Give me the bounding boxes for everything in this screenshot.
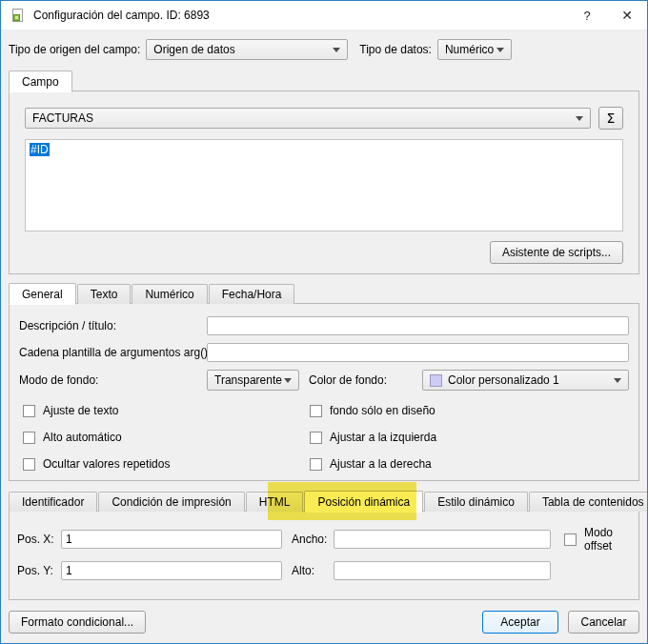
width-label: Ancho: xyxy=(292,533,334,546)
tab-campo[interactable]: Campo xyxy=(9,70,72,92)
data-type-value: Numérico xyxy=(445,43,494,56)
field-configuration-dialog: Configuración del campo. ID: 6893 ? ✕ Ti… xyxy=(0,0,648,644)
tab-fecha-hora[interactable]: Fecha/Hora xyxy=(209,284,295,304)
checkbox-label: Alto automático xyxy=(43,431,122,444)
width-input[interactable] xyxy=(334,530,551,549)
template-row: Cadena plantilla de argumentos arg(): xyxy=(19,343,629,362)
checkbox-icon xyxy=(23,432,35,444)
close-button[interactable]: ✕ xyxy=(607,1,647,30)
tab-texto[interactable]: Texto xyxy=(77,284,132,304)
tab-tabla-contenidos[interactable]: Tabla de contenidos xyxy=(529,492,648,512)
checkbox-icon xyxy=(23,458,35,471)
checkbox-icon xyxy=(23,405,35,417)
bg-color-dropdown[interactable]: Color personalizado 1 xyxy=(422,370,629,391)
position-tab-widget: Identificador Condición de impresión HTM… xyxy=(9,490,639,600)
pos-y-label: Pos. Y: xyxy=(17,564,61,577)
campo-tab-bar: Campo xyxy=(9,70,639,91)
tab-numerico[interactable]: Numérico xyxy=(132,284,207,304)
position-tab-pane: Pos. X: Ancho: Modo offset Pos. Y: Alto: xyxy=(9,511,639,600)
pos-x-label: Pos. X: xyxy=(17,533,61,546)
tab-condicion-impresion[interactable]: Condición de impresión xyxy=(98,492,244,512)
help-button[interactable]: ? xyxy=(567,1,607,30)
bg-color-label: Color de fondo: xyxy=(299,373,422,387)
checkbox-icon xyxy=(310,405,322,417)
assistant-row: Asistente de scripts... xyxy=(25,241,623,264)
bg-mode-value: Transparente xyxy=(214,373,282,387)
footer-button-row: Formato condicional... Aceptar Cancelar xyxy=(9,611,639,634)
color-swatch-icon xyxy=(430,374,442,387)
dataset-row: FACTURAS Σ xyxy=(25,107,623,130)
source-type-row: Tipo de origen del campo: Origen de dato… xyxy=(9,37,639,62)
checkbox-label: fondo sólo en diseño xyxy=(330,404,435,417)
template-input[interactable] xyxy=(207,343,629,362)
dataset-value: FACTURAS xyxy=(32,111,93,125)
checkbox-icon xyxy=(564,533,577,546)
pos-y-row: Pos. Y: Alto: xyxy=(17,561,631,580)
selected-expression-text: #ID xyxy=(30,143,50,156)
aggregate-sigma-button[interactable]: Σ xyxy=(598,107,623,130)
pos-y-input[interactable] xyxy=(61,561,282,580)
checkbox-modo-offset[interactable]: Modo offset xyxy=(564,526,631,553)
description-row: Descripción / título: xyxy=(19,316,629,335)
campo-tab-widget: Campo FACTURAS Σ #ID Asistente de script… xyxy=(9,70,639,274)
dialog-title: Configuración del campo. ID: 6893 xyxy=(33,9,567,22)
checkbox-ajustar-derecha[interactable]: Ajustar a la derecha xyxy=(310,457,629,471)
tab-estilo-dinamico[interactable]: Estilo dinámico xyxy=(424,492,528,512)
general-tab-bar: General Texto Numérico Fecha/Hora xyxy=(9,282,639,304)
cancel-button[interactable]: Cancelar xyxy=(568,611,639,634)
chevron-down-icon xyxy=(614,378,621,383)
height-input[interactable] xyxy=(334,561,551,580)
data-type-dropdown[interactable]: Numérico xyxy=(437,39,512,60)
description-label: Descripción / título: xyxy=(19,319,207,332)
background-row: Modo de fondo: Transparente Color de fon… xyxy=(19,370,629,391)
tab-identificador[interactable]: Identificador xyxy=(9,492,97,512)
tab-posicion-dinamica[interactable]: Posición dinámica xyxy=(304,491,423,513)
pos-x-row: Pos. X: Ancho: Modo offset xyxy=(17,526,631,553)
source-type-label: Tipo de origen del campo: xyxy=(9,43,140,56)
title-bar: Configuración del campo. ID: 6893 ? ✕ xyxy=(1,1,647,30)
campo-tab-pane: FACTURAS Σ #ID Asistente de scripts... xyxy=(9,91,639,274)
checkbox-label: Ajustar a la derecha xyxy=(330,457,432,471)
checkbox-alto-automatico[interactable]: Alto automático xyxy=(23,431,310,444)
conditional-format-button[interactable]: Formato condicional... xyxy=(9,611,146,634)
checkbox-label: Modo offset xyxy=(584,526,631,553)
height-label: Alto: xyxy=(292,564,334,577)
report-field-icon xyxy=(10,8,25,23)
general-tab-widget: General Texto Numérico Fecha/Hora Descri… xyxy=(9,282,639,481)
bg-color-value: Color personalizado 1 xyxy=(448,373,559,387)
checkbox-ajustar-izquierda[interactable]: Ajustar a la izquierda xyxy=(310,431,629,444)
dataset-dropdown[interactable]: FACTURAS xyxy=(25,108,591,129)
tab-html[interactable]: HTML xyxy=(246,492,304,512)
checkbox-grid: Ajuste de texto fondo sólo en diseño Alt… xyxy=(19,404,629,471)
bg-mode-dropdown[interactable]: Transparente xyxy=(207,370,299,391)
chevron-down-icon xyxy=(496,48,504,52)
checkbox-icon xyxy=(310,458,322,471)
checkbox-ajuste-de-texto[interactable]: Ajuste de texto xyxy=(23,404,310,417)
data-type-label: Tipo de datos: xyxy=(359,43,432,56)
chevron-down-icon xyxy=(333,48,340,52)
checkbox-icon xyxy=(310,432,322,444)
accept-button[interactable]: Aceptar xyxy=(482,611,558,634)
tab-general[interactable]: General xyxy=(9,283,76,305)
bg-mode-label: Modo de fondo: xyxy=(19,373,207,387)
template-label: Cadena plantilla de argumentos arg(): xyxy=(19,346,207,359)
dialog-content: Tipo de origen del campo: Origen de dato… xyxy=(1,30,647,643)
checkbox-fondo-solo-diseno[interactable]: fondo sólo en diseño xyxy=(310,404,629,417)
checkbox-ocultar-valores[interactable]: Ocultar valores repetidos xyxy=(23,457,310,471)
chevron-down-icon xyxy=(284,378,292,383)
checkbox-label: Ocultar valores repetidos xyxy=(43,457,170,471)
script-assistant-button[interactable]: Asistente de scripts... xyxy=(490,241,623,264)
position-tab-bar: Identificador Condición de impresión HTM… xyxy=(9,490,639,512)
description-input[interactable] xyxy=(207,316,629,335)
source-type-dropdown[interactable]: Origen de datos xyxy=(146,39,348,60)
source-type-value: Origen de datos xyxy=(153,43,234,56)
checkbox-label: Ajustar a la izquierda xyxy=(330,431,436,444)
general-tab-pane: Descripción / título: Cadena plantilla d… xyxy=(9,303,639,481)
checkbox-label: Ajuste de texto xyxy=(43,404,118,417)
expression-editor[interactable]: #ID xyxy=(25,139,623,231)
pos-x-input[interactable] xyxy=(61,530,282,549)
chevron-down-icon xyxy=(576,116,583,121)
